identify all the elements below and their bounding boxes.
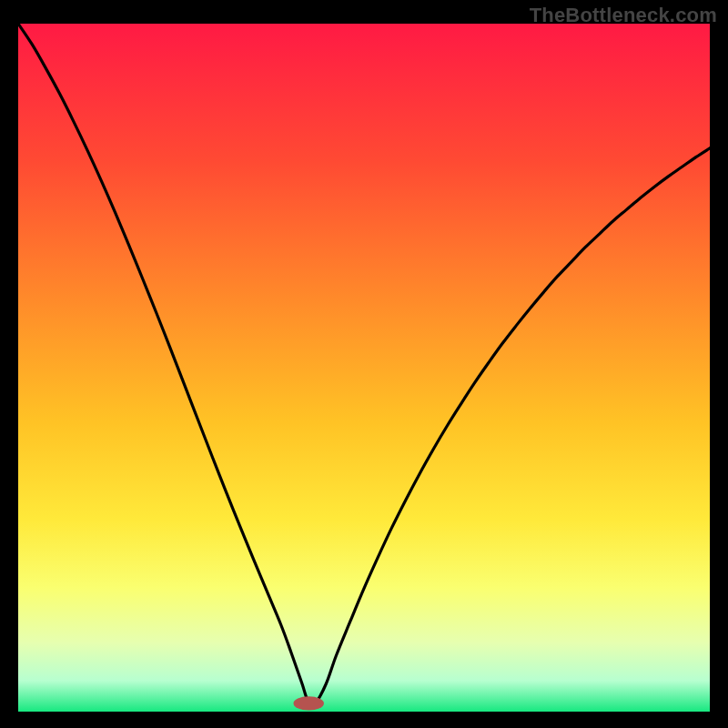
- plot-area: [18, 24, 710, 712]
- bottleneck-chart: [18, 24, 710, 712]
- watermark-text: TheBottleneck.com: [530, 4, 717, 27]
- gradient-background: [18, 24, 710, 712]
- optimal-point-marker: [293, 696, 323, 710]
- chart-frame: TheBottleneck.com: [0, 0, 728, 728]
